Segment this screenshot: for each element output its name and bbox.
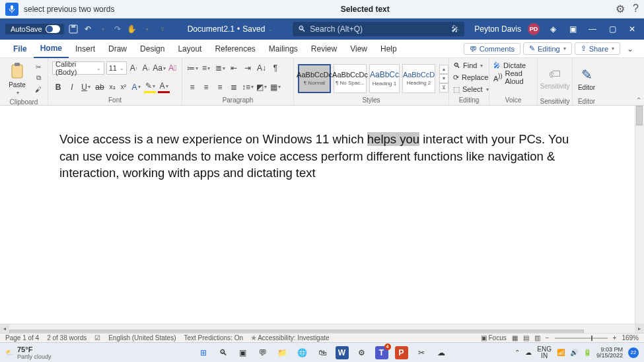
body-text[interactable]: Voice access is a new experience on Wind… [59, 131, 575, 182]
qat-caret-icon[interactable]: ▾ [142, 24, 153, 34]
undo-caret-icon[interactable]: ▾ [98, 24, 108, 34]
language-indicator-tray[interactable]: ENGIN [537, 346, 552, 359]
undo-icon[interactable]: ↶ [83, 24, 93, 34]
numbering-icon[interactable]: ≡▾ [200, 62, 212, 74]
tab-file[interactable]: File [7, 40, 34, 58]
superscript-button[interactable]: x² [119, 81, 128, 93]
zoom-out-icon[interactable]: − [546, 334, 550, 342]
line-spacing-icon[interactable]: ↕≡▾ [242, 81, 254, 93]
focus-mode-button[interactable]: ▣ Focus [481, 334, 507, 342]
save-icon[interactable] [68, 24, 79, 34]
grow-font-icon[interactable]: A↑ [129, 62, 139, 74]
redo-icon[interactable]: ↷ [112, 24, 123, 34]
select-button[interactable]: ⬚Select▾ [453, 84, 489, 94]
tab-design[interactable]: Design [133, 40, 171, 58]
shading-icon[interactable]: ◩▾ [256, 81, 268, 93]
account-name[interactable]: Peyton Davis [474, 24, 521, 34]
close-button[interactable]: ✕ [626, 22, 639, 36]
language-indicator[interactable]: English (United States) [108, 334, 176, 342]
mic-icon[interactable] [5, 3, 18, 16]
style-heading2[interactable]: AaBbCcDHeading 2 [402, 64, 435, 93]
cut-icon[interactable]: ✂ [33, 62, 44, 71]
increase-indent-icon[interactable]: ⇥ [242, 62, 254, 74]
font-color-icon[interactable]: A▾ [158, 81, 170, 93]
search-taskbar-icon[interactable]: 🔍︎ [217, 346, 230, 359]
search-input[interactable]: 🔍︎ Search (Alt+Q) 🎤︎ [293, 22, 464, 36]
sort-icon[interactable]: A↓ [256, 62, 268, 74]
settings-taskbar-icon[interactable]: ⚙ [355, 346, 369, 359]
styles-expand-icon[interactable]: ⊻ [439, 83, 448, 92]
autosave-toggle[interactable]: AutoSave [5, 24, 64, 34]
document-title[interactable]: Document2.1 • Saved ⌄ [188, 24, 273, 34]
zoom-in-icon[interactable]: + [613, 334, 617, 342]
mic-search-icon[interactable]: 🎤︎ [451, 24, 459, 34]
chat-icon[interactable]: 💬︎ [256, 346, 269, 359]
zoom-level[interactable]: 169% [622, 334, 639, 342]
style-no-spacing[interactable]: AaBbCcDc¶ No Spac... [334, 64, 367, 93]
chevron-up-icon[interactable]: ▴ [439, 65, 448, 74]
read-aloud-button[interactable]: A))Read Aloud [493, 72, 533, 83]
powerpoint-icon[interactable]: P [395, 346, 408, 359]
weather-widget[interactable]: ⛅ 75°F Partly cloudy [5, 345, 52, 360]
styles-scroll[interactable]: ▴▾⊻ [439, 65, 448, 92]
settings-icon[interactable]: ⚙ [616, 3, 625, 15]
style-heading1[interactable]: AaBbCcHeading 1 [369, 64, 400, 93]
replace-button[interactable]: ⟳Replace [453, 72, 488, 83]
wifi-icon[interactable]: 📶 [557, 349, 565, 356]
tab-home[interactable]: Home [34, 40, 69, 58]
scrollbar-thumb[interactable] [636, 106, 643, 126]
scroll-left-icon[interactable]: ◂ [0, 324, 9, 334]
page-indicator[interactable]: Page 1 of 4 [5, 334, 39, 342]
align-center-icon[interactable]: ≡ [200, 81, 212, 93]
battery-icon[interactable]: 🔋 [583, 349, 591, 356]
align-left-icon[interactable]: ≡ [186, 81, 198, 93]
present-icon[interactable]: ▣ [566, 22, 579, 36]
sensitivity-button[interactable]: 🏷︎ Sensitivity [539, 60, 571, 97]
tab-layout[interactable]: Layout [171, 40, 208, 58]
volume-icon[interactable]: 🔊 [570, 349, 578, 356]
scroll-right-icon[interactable]: ▸ [635, 324, 644, 334]
store-icon[interactable]: 🛍︎ [316, 346, 329, 359]
read-mode-icon[interactable]: ▦ [512, 334, 518, 342]
accessibility-status[interactable]: ✯ Accessibility: Investigate [251, 334, 330, 342]
ribbon-caret-icon[interactable]: ⌄ [623, 44, 637, 54]
horizontal-scrollbar[interactable]: ◂ ▸ [0, 324, 644, 333]
vertical-scrollbar[interactable] [635, 106, 644, 324]
qat-overflow-icon[interactable]: ⊽ [157, 24, 168, 34]
teams-icon[interactable]: T4 [375, 346, 388, 359]
tab-insert[interactable]: Insert [69, 40, 102, 58]
word-count[interactable]: 2 of 38 words [47, 334, 87, 342]
print-layout-icon[interactable]: ▤ [523, 334, 529, 342]
font-size-select[interactable]: 11⌄ [106, 61, 127, 75]
subscript-button[interactable]: x₂ [108, 81, 117, 93]
help-icon[interactable]: ? [633, 3, 639, 15]
text-effects-icon[interactable]: A▾ [130, 81, 142, 93]
word-icon[interactable]: W [336, 346, 349, 359]
justify-icon[interactable]: ≣ [228, 81, 240, 93]
snip-icon[interactable]: ✂ [415, 346, 428, 359]
web-layout-icon[interactable]: ▥ [534, 334, 540, 342]
edge-icon[interactable]: 🌐 [296, 346, 309, 359]
change-case-icon[interactable]: Aa▾ [153, 62, 165, 74]
show-marks-icon[interactable]: ¶ [269, 62, 281, 74]
minimize-button[interactable]: — [586, 22, 599, 36]
start-icon[interactable]: ⊞ [197, 346, 210, 359]
underline-button[interactable]: U▾ [80, 81, 92, 93]
style-normal[interactable]: AaBbCcDc¶ Normal [298, 64, 331, 93]
editing-mode-button[interactable]: ✎Editing▾ [523, 42, 572, 55]
tab-help[interactable]: Help [374, 40, 404, 58]
text-predictions[interactable]: Text Predictions: On [184, 334, 242, 342]
task-view-icon[interactable]: ▣ [236, 346, 250, 359]
comments-button[interactable]: 💬︎Comments [464, 43, 520, 55]
copy-icon[interactable]: ⧉ [33, 73, 44, 83]
onedrive-icon[interactable]: ☁ [435, 346, 448, 359]
clear-format-icon[interactable]: A⃠ [167, 62, 178, 74]
tab-mailings[interactable]: Mailings [262, 40, 304, 58]
diamond-icon[interactable]: ◈ [546, 22, 559, 36]
bullets-icon[interactable]: ≔▾ [186, 62, 198, 74]
borders-icon[interactable]: ▦▾ [269, 81, 281, 93]
avatar[interactable]: PD [528, 23, 540, 35]
decrease-indent-icon[interactable]: ⇤ [228, 62, 240, 74]
restore-button[interactable]: ▢ [606, 22, 619, 36]
italic-button[interactable]: I [66, 81, 78, 93]
